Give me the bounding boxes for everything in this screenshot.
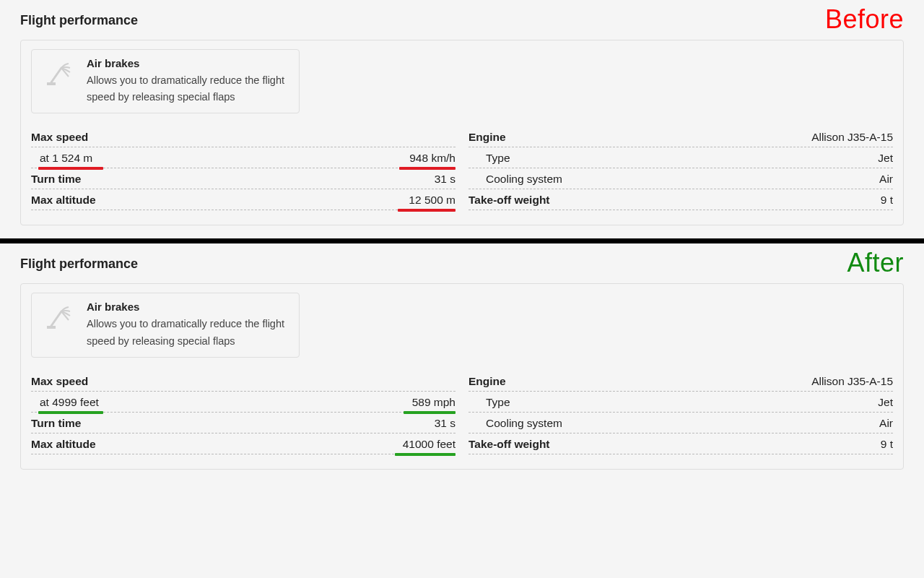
stat-value: Allison J35-A-15 [811, 131, 893, 144]
stat-label: at 1 524 m [31, 152, 92, 165]
stat-engine: Engine Allison J35-A-15 [468, 371, 893, 392]
stat-cooling: Cooling system Air [468, 413, 893, 434]
after-panel: After Flight performance Air brakes Allo… [0, 243, 924, 482]
stat-label: at 4999 feet [31, 396, 99, 409]
feature-title: Air brakes [87, 57, 289, 69]
stat-label: Engine [468, 131, 506, 144]
stat-value: 9 t [881, 438, 893, 451]
divider [0, 238, 924, 243]
stat-value: 31 s [435, 173, 456, 186]
stat-value: 41000 feet [403, 438, 456, 451]
stat-takeoff-weight: Take-off weight 9 t [468, 434, 893, 454]
stat-value: Allison J35-A-15 [811, 375, 893, 388]
before-panel: Before Flight performance Air brakes All… [0, 0, 924, 238]
feature-desc: Allows you to dramatically reduce the fl… [87, 316, 289, 349]
air-brake-icon [42, 301, 77, 335]
stat-max-speed: Max speed [31, 126, 456, 147]
stat-engine: Engine Allison J35-A-15 [468, 126, 893, 147]
stats-columns: Max speed at 1 524 m 948 km/h Turn time … [31, 126, 893, 210]
stat-max-speed-at: at 1 524 m 948 km/h [31, 147, 456, 168]
feature-text: Air brakes Allows you to dramatically re… [87, 301, 289, 349]
feature-title: Air brakes [87, 301, 289, 313]
stat-label: Turn time [31, 173, 81, 186]
right-col: Engine Allison J35-A-15 Type Jet Cooling… [468, 126, 893, 210]
stat-value: Air [879, 173, 893, 186]
feature-desc: Allows you to dramatically reduce the fl… [87, 72, 289, 105]
stat-value: 589 mph [412, 396, 456, 409]
stat-value: 9 t [881, 194, 893, 207]
stat-label: Take-off weight [468, 438, 550, 451]
flight-performance-card: Air brakes Allows you to dramatically re… [20, 283, 904, 469]
stat-max-altitude: Max altitude 12 500 m [31, 189, 456, 210]
stat-label: Cooling system [468, 173, 562, 186]
section-title: Flight performance [20, 256, 904, 272]
section-title: Flight performance [20, 13, 904, 28]
stat-label: Type [468, 396, 510, 409]
stat-value: Jet [878, 152, 893, 165]
stat-engine-type: Type Jet [468, 147, 893, 168]
stat-value: Air [879, 417, 893, 430]
stat-label: Type [468, 152, 510, 165]
stat-turn-time: Turn time 31 s [31, 168, 456, 189]
stat-max-speed: Max speed [31, 371, 456, 392]
highlight-mark [398, 209, 456, 212]
stat-max-altitude: Max altitude 41000 feet [31, 434, 456, 454]
stat-label: Max altitude [31, 194, 96, 207]
stat-turn-time: Turn time 31 s [31, 413, 456, 434]
feature-text: Air brakes Allows you to dramatically re… [87, 57, 289, 105]
air-brake-icon [42, 57, 77, 92]
stat-label: Turn time [31, 417, 81, 430]
left-col: Max speed at 1 524 m 948 km/h Turn time … [31, 126, 456, 210]
stat-label: Cooling system [468, 417, 562, 430]
stat-value: 12 500 m [409, 194, 456, 207]
stat-takeoff-weight: Take-off weight 9 t [468, 189, 893, 210]
after-label: After [847, 248, 904, 278]
stat-label: Max speed [31, 375, 88, 388]
stat-label: Take-off weight [468, 194, 550, 207]
stat-label: Max speed [31, 131, 88, 144]
stat-label: Max altitude [31, 438, 96, 451]
stats-columns: Max speed at 4999 feet 589 mph Turn time… [31, 371, 893, 454]
air-brakes-feature: Air brakes Allows you to dramatically re… [31, 49, 300, 113]
air-brakes-feature: Air brakes Allows you to dramatically re… [31, 293, 300, 357]
stat-value: Jet [878, 396, 893, 409]
stat-label: Engine [468, 375, 506, 388]
stat-max-speed-at: at 4999 feet 589 mph [31, 392, 456, 413]
stat-value: 948 km/h [409, 152, 456, 165]
left-col: Max speed at 4999 feet 589 mph Turn time… [31, 371, 456, 454]
stat-cooling: Cooling system Air [468, 168, 893, 189]
highlight-mark [395, 453, 456, 456]
stat-value: 31 s [435, 417, 456, 430]
flight-performance-card: Air brakes Allows you to dramatically re… [20, 40, 904, 225]
right-col: Engine Allison J35-A-15 Type Jet Cooling… [468, 371, 893, 454]
before-label: Before [825, 4, 904, 35]
stat-engine-type: Type Jet [468, 392, 893, 413]
